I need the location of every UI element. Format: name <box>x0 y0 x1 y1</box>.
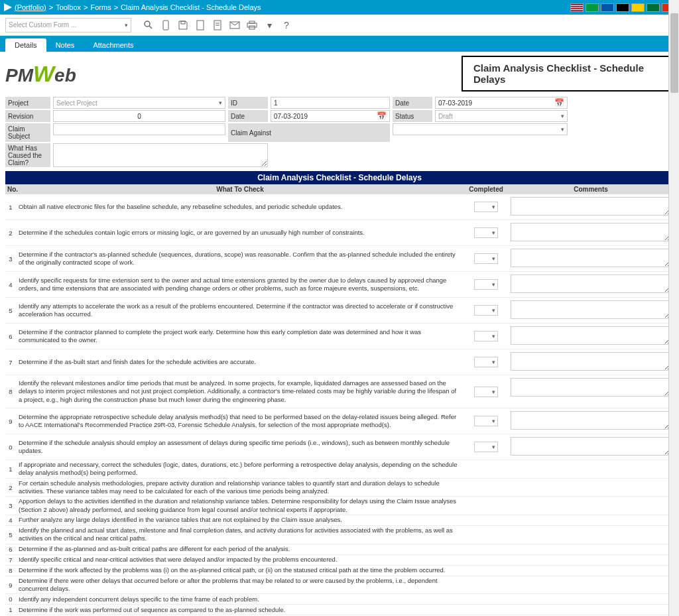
row-no: 4 <box>5 272 16 297</box>
row-completed <box>464 594 508 604</box>
row-comments <box>508 576 674 594</box>
completed-dropdown[interactable]: ▾ <box>474 253 498 264</box>
row-comments <box>508 479 674 497</box>
row-comments <box>508 460 674 478</box>
comments-textarea[interactable] <box>511 437 671 456</box>
completed-dropdown[interactable]: ▾ <box>474 279 498 290</box>
claim-subject-input[interactable] <box>53 123 225 135</box>
breadcrumb: (Portfolio) > Toolbox > Forms > Claim An… <box>4 3 261 11</box>
completed-dropdown[interactable]: ▾ <box>474 442 498 452</box>
chevron-down-icon: ▾ <box>561 126 564 133</box>
row-text: Determine if the schedule analysis shoul… <box>16 434 464 460</box>
help-icon[interactable]: ? <box>278 17 294 33</box>
id-input[interactable]: 1 <box>271 97 390 109</box>
what-caused-textarea[interactable] <box>53 143 268 167</box>
breadcrumb-forms[interactable]: Forms <box>90 3 111 11</box>
tab-notes[interactable]: Notes <box>46 38 84 52</box>
row-completed: ▾ <box>464 246 508 271</box>
scrollbar[interactable] <box>668 0 679 616</box>
language-flag-3[interactable] <box>616 3 629 12</box>
what-caused-label: What Has Caused the Claim? <box>5 143 50 167</box>
svg-rect-2 <box>163 21 168 30</box>
table-row: 6Determine if the contractor planned to … <box>5 324 674 349</box>
print-dropdown-icon[interactable]: ▾ <box>261 17 277 33</box>
calendar-icon[interactable]: 📅 <box>554 98 564 107</box>
comments-textarea[interactable] <box>511 378 671 397</box>
completed-dropdown[interactable]: ▾ <box>474 305 498 316</box>
row-text: Determine if the work was performed out … <box>16 605 464 615</box>
completed-dropdown[interactable]: ▾ <box>474 416 498 426</box>
completed-dropdown[interactable]: ▾ <box>474 227 498 238</box>
breadcrumb-arrow-icon <box>4 3 12 11</box>
row-no: 1 <box>5 194 16 219</box>
date2-label: Date <box>393 97 432 109</box>
row-comments <box>508 408 674 434</box>
comments-textarea[interactable] <box>511 275 671 293</box>
revision-input[interactable]: 0 <box>53 110 225 122</box>
language-flag-4[interactable] <box>631 3 645 12</box>
row-no: 0 <box>5 594 16 604</box>
table-row: 8Identify the relevant milestones and/or… <box>5 375 674 408</box>
language-flag-0[interactable] <box>570 3 584 12</box>
print-icon[interactable] <box>244 17 260 33</box>
row-completed: ▾ <box>464 298 508 323</box>
save-icon[interactable] <box>175 17 191 33</box>
breadcrumb-toolbox[interactable]: Toolbox <box>56 3 81 11</box>
comments-textarea[interactable] <box>511 352 671 371</box>
row-comments <box>508 497 674 515</box>
row-no: 3 <box>5 246 16 271</box>
table-row: 4Further analyze any large delays identi… <box>5 515 674 526</box>
row-no: 1 <box>5 605 16 615</box>
row-text: Further analyze any large delays identif… <box>16 515 464 525</box>
comments-textarea[interactable] <box>511 223 671 241</box>
table-row: 2Determine if the schedules contain logi… <box>5 220 674 246</box>
row-completed: ▾ <box>464 408 508 434</box>
custom-form-select[interactable]: Select Custom Form ... ▾ <box>5 18 131 32</box>
row-no: 5 <box>5 526 16 544</box>
comments-textarea[interactable] <box>511 249 671 267</box>
completed-dropdown[interactable]: ▾ <box>474 331 498 341</box>
date-label: Date <box>228 110 268 122</box>
row-text: Determine if the contractor planned to c… <box>16 324 464 349</box>
row-completed: ▾ <box>464 375 508 408</box>
date2-input[interactable]: 07-03-2019📅 <box>435 97 568 109</box>
mail-icon[interactable] <box>227 17 243 33</box>
row-completed <box>464 605 508 615</box>
language-flag-2[interactable] <box>601 3 614 12</box>
language-flag-1[interactable] <box>586 3 599 12</box>
comments-textarea[interactable] <box>511 326 671 345</box>
comments-textarea[interactable] <box>511 197 671 216</box>
comments-textarea[interactable] <box>511 411 671 430</box>
calendar-icon[interactable]: 📅 <box>377 111 387 121</box>
date-input[interactable]: 07-03-2019📅 <box>271 110 390 122</box>
svg-rect-3 <box>181 21 185 24</box>
row-text: Identify any attempts to accelerate the … <box>16 298 464 323</box>
document-icon[interactable] <box>210 17 225 33</box>
breadcrumb-portfolio[interactable]: (Portfolio) <box>15 3 46 11</box>
claim-against-select[interactable]: ▾ <box>393 123 568 135</box>
page-icon[interactable] <box>192 17 208 33</box>
completed-dropdown[interactable]: ▾ <box>474 357 498 367</box>
table-row: 7Identify specific critical and near-cri… <box>5 555 674 566</box>
svg-point-0 <box>145 21 150 27</box>
table-row: 3Determine if the contractor's as-planne… <box>5 246 674 272</box>
project-select[interactable]: Select Project▾ <box>53 97 225 109</box>
col-what-header: What To Check <box>16 184 464 194</box>
status-select[interactable]: Draft▾ <box>435 110 568 122</box>
completed-dropdown[interactable]: ▾ <box>474 387 498 397</box>
tab-details[interactable]: Details <box>5 38 46 52</box>
status-label: Status <box>393 110 432 122</box>
completed-dropdown[interactable]: ▾ <box>474 202 498 212</box>
row-text: If appropriate and necessary, correct th… <box>16 460 464 478</box>
search-icon[interactable] <box>141 17 156 33</box>
row-text: Determine if the contractor's as-planned… <box>16 246 464 271</box>
comments-textarea[interactable] <box>511 300 671 319</box>
tab-attachments[interactable]: Attachments <box>84 38 143 52</box>
mobile-icon[interactable] <box>158 17 174 33</box>
language-flag-5[interactable] <box>647 3 660 12</box>
row-text: Determine if the work affected by the pr… <box>16 566 464 576</box>
row-no: 6 <box>5 544 16 554</box>
scroll-thumb[interactable] <box>670 13 678 93</box>
row-no: 8 <box>5 375 16 408</box>
row-completed <box>464 576 508 594</box>
